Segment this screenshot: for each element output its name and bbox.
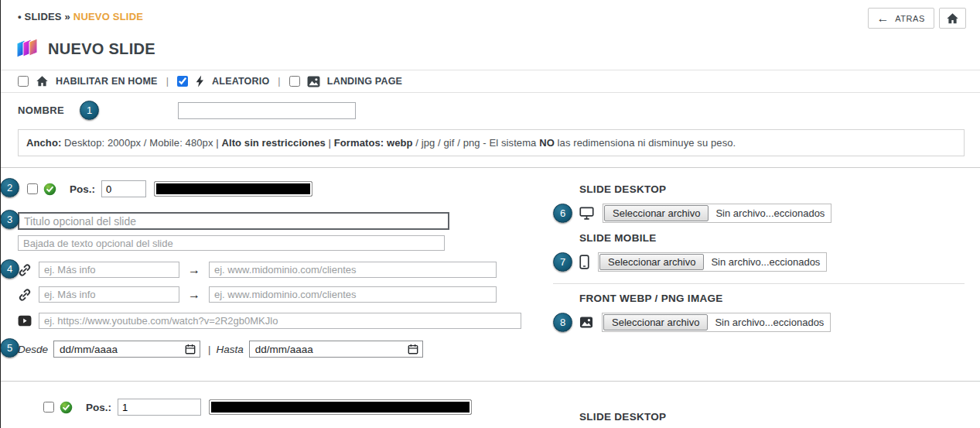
upload-row: 8 Seleccionar archivo Sin archivo...ecci… — [579, 313, 965, 332]
date-to-input[interactable]: dd/mm/aaaa — [249, 341, 423, 358]
info-segment: Desktop: 2000px / Mobile: 480px | — [61, 137, 221, 149]
upload-heading: SLIDE DESKTOP — [579, 411, 965, 423]
nombre-input[interactable] — [178, 102, 356, 119]
step-badge-5: 5 — [0, 338, 19, 358]
position-row-2: Pos.: — [18, 392, 538, 423]
page: • SLIDES » NUEVO SLIDE ← ATRAS NUEVO SLI… — [0, 0, 980, 428]
step-badge-7: 7 — [553, 252, 572, 272]
youtube-url-input[interactable] — [39, 313, 521, 329]
image-icon — [307, 76, 320, 87]
back-button[interactable]: ← ATRAS — [868, 8, 934, 29]
page-title: NUEVO SLIDE — [48, 40, 155, 58]
upload-slide-mobile: SLIDE MOBILE 7 Seleccionar archivo Sin a… — [553, 232, 965, 272]
slide-select-checkbox[interactable] — [27, 183, 38, 194]
toggle-label: LANDING PAGE — [327, 76, 402, 87]
toggle-label: HABILITAR EN HOME — [56, 76, 158, 87]
info-segment: NO — [539, 137, 555, 149]
slide2-right-column: SLIDE DESKTOP — [538, 392, 965, 423]
info-segment: Formatos: webp — [334, 137, 413, 149]
calendar-icon[interactable] — [185, 344, 196, 354]
link-icon — [18, 263, 32, 277]
link-icon — [18, 288, 32, 302]
link-row-1: 4 → — [18, 262, 538, 278]
step-badge-3: 3 — [0, 210, 19, 229]
slide-title-row: 3 — [18, 212, 538, 230]
upload-slide-desktop: SLIDE DESKTOP 6 Seleccionar archivo Sin … — [553, 183, 965, 223]
step-badge-2: 2 — [0, 178, 19, 197]
toggle-aleatorio: ALEATORIO — [177, 75, 269, 87]
date-from-input[interactable]: dd/mm/aaaa — [53, 341, 200, 358]
pos-label: Pos.: — [86, 402, 111, 413]
date-from-value: dd/mm/aaaa — [60, 344, 118, 355]
slide-subtitle-input[interactable] — [18, 235, 445, 251]
home-button[interactable] — [939, 8, 966, 29]
info-segment: las redimensiona ni disminuye su peso. — [555, 137, 736, 149]
link-text-input[interactable] — [39, 262, 179, 278]
pos-input[interactable] — [101, 180, 146, 197]
slide-editor-left-column: 2 Pos.: 3 4 → — [18, 180, 538, 358]
slide-title-input[interactable] — [18, 212, 449, 230]
youtube-play-icon — [18, 315, 32, 327]
breadcrumb-bullet: • — [18, 11, 22, 22]
slide-editor-2: Pos.: SLIDE DESKTOP — [1, 382, 980, 423]
upload-row: 7 Seleccionar archivo Sin archivo...ecci… — [579, 252, 965, 272]
file-select-button[interactable]: Seleccionar archivo — [604, 205, 709, 221]
file-input-mobile[interactable]: Seleccionar archivo Sin archivo...eccion… — [598, 252, 827, 272]
image-icon — [579, 317, 593, 328]
toggle-habilitar-en-home: HABILITAR EN HOME — [18, 75, 158, 87]
file-input-front[interactable]: Seleccionar archivo Sin archivo...eccion… — [602, 313, 831, 332]
home-icon — [36, 75, 49, 87]
nombre-label: NOMBRE — [18, 104, 80, 116]
back-arrow-icon: ← — [877, 12, 890, 25]
aleatorio-checkbox[interactable] — [177, 76, 188, 87]
date-from-label: Desde — [18, 344, 48, 355]
slide-editor: 2 Pos.: 3 4 → — [1, 168, 980, 358]
link-url-input[interactable] — [209, 262, 497, 278]
link-text-input[interactable] — [39, 286, 179, 303]
toggle-separator: | — [166, 76, 169, 87]
slides-logo-icon — [16, 37, 43, 60]
link-row-2: → — [18, 286, 538, 303]
upload-front-image: FRONT WEBP / PNG IMAGE 8 Seleccionar arc… — [553, 293, 965, 332]
upload-heading: SLIDE MOBILE — [579, 232, 965, 244]
upload-divider — [553, 283, 965, 284]
step-badge-8: 8 — [553, 313, 572, 332]
phone-icon — [579, 255, 589, 269]
landing-page-checkbox[interactable] — [289, 76, 300, 87]
upload-heading: FRONT WEBP / PNG IMAGE — [579, 293, 965, 304]
background-color-picker[interactable] — [154, 181, 312, 197]
link-url-input[interactable] — [209, 286, 497, 303]
upload-heading: SLIDE DESKTOP — [579, 183, 965, 195]
pos-label: Pos.: — [70, 183, 95, 195]
green-check-icon — [60, 401, 73, 414]
info-note: Ancho: Desktop: 2000px / Mobile: 480px |… — [18, 129, 965, 156]
file-select-button[interactable]: Seleccionar archivo — [603, 314, 708, 330]
habilitar-en-home-checkbox[interactable] — [18, 76, 29, 87]
green-check-icon — [43, 183, 56, 196]
toggle-bar: HABILITAR EN HOME | ALEATORIO | LANDING … — [1, 70, 980, 93]
toggle-separator: | — [278, 76, 280, 87]
topbar: • SLIDES » NUEVO SLIDE ← ATRAS — [1, 0, 980, 29]
breadcrumb-root[interactable]: SLIDES — [25, 11, 62, 22]
date-to-label: Hasta — [216, 344, 243, 355]
lightning-icon — [195, 75, 205, 87]
info-segment: / jpg / gif / png - El sistema — [413, 137, 540, 149]
toggle-landing-page: LANDING PAGE — [289, 76, 402, 87]
nombre-row: NOMBRE 1 — [1, 93, 980, 122]
date-separator: | — [208, 344, 210, 355]
breadcrumb-separator: » — [65, 11, 70, 22]
file-input-desktop[interactable]: Seleccionar archivo Sin archivo...eccion… — [603, 204, 831, 223]
pos-input[interactable] — [118, 399, 201, 416]
date-to-value: dd/mm/aaaa — [255, 344, 313, 355]
background-color-picker[interactable] — [209, 399, 472, 415]
slide-editor-right-column: SLIDE DESKTOP 6 Seleccionar archivo Sin … — [538, 180, 965, 358]
info-segment: | — [326, 137, 334, 149]
monitor-icon — [579, 207, 594, 220]
breadcrumb: • SLIDES » NUEVO SLIDE — [18, 8, 143, 22]
calendar-icon[interactable] — [408, 344, 418, 354]
info-segment: Ancho: — [26, 137, 61, 149]
file-status-text: Sin archivo...eccionados — [705, 253, 826, 271]
file-select-button[interactable]: Seleccionar archivo — [599, 254, 704, 270]
youtube-row — [18, 313, 538, 329]
slide-select-checkbox[interactable] — [43, 402, 54, 413]
